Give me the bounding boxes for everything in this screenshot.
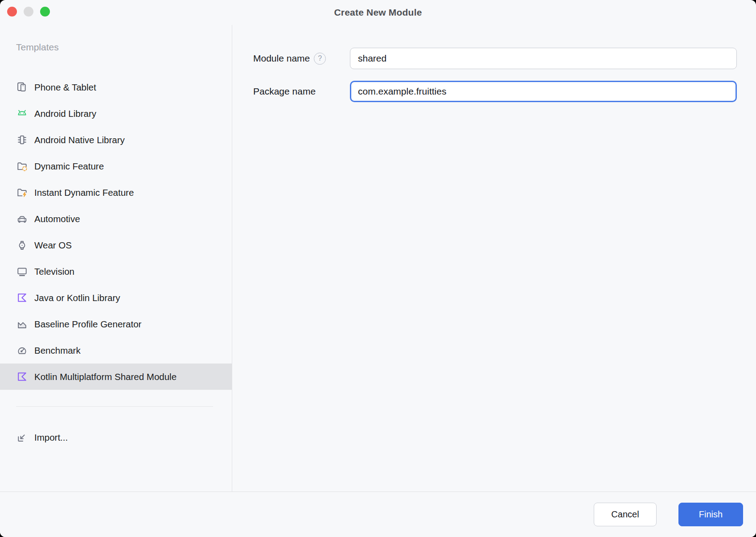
sidebar-item-label: Java or Kotlin Library — [34, 293, 120, 303]
sidebar-item-label: Kotlin Multiplatform Shared Module — [34, 372, 177, 382]
module-name-label: Module name — [253, 53, 310, 64]
cancel-button[interactable]: Cancel — [594, 503, 657, 526]
sidebar-item-label: Import... — [34, 432, 68, 443]
zoom-button[interactable] — [40, 7, 50, 17]
help-icon[interactable]: ? — [314, 53, 326, 65]
sidebar-item-baseline-profile-generator[interactable]: Baseline Profile Generator — [0, 311, 232, 337]
close-button[interactable] — [7, 7, 17, 17]
sidebar-item-label: Television — [34, 266, 74, 277]
package-name-label: Package name — [253, 86, 316, 97]
traffic-lights — [7, 7, 50, 17]
chip-icon — [16, 134, 28, 146]
sidebar-item-label: Android Native Library — [34, 135, 125, 145]
sidebar-item-label: Phone & Tablet — [34, 82, 96, 93]
package-name-input[interactable] — [350, 81, 737, 102]
sidebar-item-wear-os[interactable]: Wear OS — [0, 232, 232, 258]
sidebar-item-dynamic-feature[interactable]: Dynamic Feature — [0, 153, 232, 179]
import-icon — [16, 431, 28, 443]
tv-icon — [16, 265, 28, 277]
folder-dashed-icon — [16, 160, 28, 172]
sidebar-item-java-kotlin-library[interactable]: Java or Kotlin Library — [0, 285, 232, 311]
titlebar: Create New Module — [0, 0, 756, 25]
sidebar-item-label: Automotive — [34, 214, 80, 224]
sidebar-item-label: Baseline Profile Generator — [34, 319, 141, 330]
phone-tablet-icon — [16, 81, 28, 93]
gauge-icon — [16, 344, 28, 356]
window-title: Create New Module — [334, 7, 422, 18]
create-new-module-dialog: Create New Module Templates Phone & Tabl… — [0, 0, 756, 537]
sidebar-item-television[interactable]: Television — [0, 258, 232, 285]
finish-button[interactable]: Finish — [678, 503, 743, 526]
sidebar-item-phone-tablet[interactable]: Phone & Tablet — [0, 74, 232, 100]
templates-heading: Templates — [16, 42, 232, 53]
sidebar-item-kotlin-multiplatform-shared-module[interactable]: Kotlin Multiplatform Shared Module — [0, 364, 232, 390]
sidebar-item-label: Dynamic Feature — [34, 161, 104, 172]
sidebar-item-import[interactable]: Import... — [0, 424, 232, 450]
package-name-row: Package name — [253, 81, 737, 102]
folder-bolt-icon — [16, 186, 28, 198]
sidebar-item-label: Android Library — [34, 108, 96, 119]
kotlin-icon — [16, 371, 28, 383]
chart-icon — [16, 318, 28, 330]
module-name-input[interactable] — [350, 48, 737, 69]
sidebar-item-label: Instant Dynamic Feature — [34, 187, 134, 198]
sidebar-item-label: Wear OS — [34, 240, 72, 251]
sidebar-item-instant-dynamic-feature[interactable]: Instant Dynamic Feature — [0, 179, 232, 206]
sidebar-item-benchmark[interactable]: Benchmark — [0, 337, 232, 364]
dialog-footer: Cancel Finish — [0, 492, 756, 537]
android-icon — [16, 107, 28, 120]
sidebar-divider — [16, 406, 213, 407]
watch-icon — [16, 239, 28, 251]
sidebar-item-android-native-library[interactable]: Android Native Library — [0, 127, 232, 153]
kotlin-icon — [16, 292, 28, 304]
module-name-row: Module name ? — [253, 48, 737, 69]
module-form: Module name ? Package name — [232, 25, 756, 492]
minimize-button[interactable] — [24, 7, 33, 17]
sidebar-item-android-library[interactable]: Android Library — [0, 100, 232, 127]
template-list: Phone & Tablet Android Library — [0, 74, 232, 390]
templates-sidebar: Templates Phone & Tablet — [0, 25, 232, 492]
sidebar-item-automotive[interactable]: Automotive — [0, 206, 232, 232]
car-icon — [16, 213, 28, 225]
sidebar-item-label: Benchmark — [34, 345, 81, 356]
